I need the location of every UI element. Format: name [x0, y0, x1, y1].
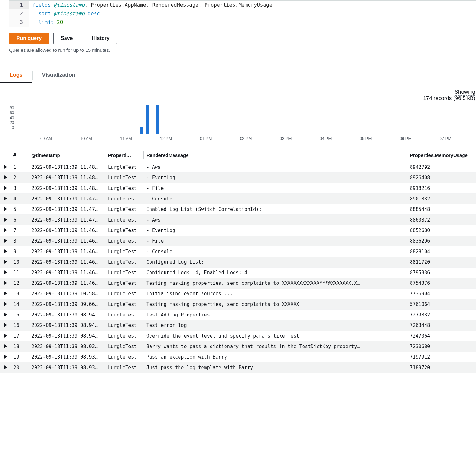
cell-timestamp: 2022-09-18T11:39:09.66… — [29, 299, 105, 310]
col-timestamp-label: @timestamp — [31, 152, 60, 158]
x-tick: 06 PM — [386, 136, 426, 141]
run-query-button[interactable]: Run query — [9, 33, 49, 44]
expand-caret-icon[interactable] — [4, 292, 7, 295]
x-tick: 12 PM — [146, 136, 186, 141]
table-row[interactable]: 132022-09-18T11:39:10.58…LurgleTestIniti… — [0, 289, 476, 299]
table-row[interactable]: 192022-09-18T11:39:08.93…LurgleTestPass … — [0, 352, 476, 362]
cell-appname: LurgleTest — [105, 289, 144, 299]
cell-memory: 8918216 — [407, 183, 476, 194]
table-row[interactable]: 32022-09-18T11:39:11.48…LurgleTest - Fil… — [0, 183, 476, 194]
y-tick: 40 — [10, 115, 14, 120]
cell-timestamp: 2022-09-18T11:39:11.48… — [29, 173, 105, 183]
cell-memory: 7230680 — [407, 341, 476, 352]
expand-caret-icon[interactable] — [4, 249, 7, 253]
cell-timestamp: 2022-09-18T11:39:08.94… — [29, 331, 105, 341]
expand-caret-icon[interactable] — [4, 355, 7, 359]
expand-caret-icon[interactable] — [4, 302, 7, 306]
table-row[interactable]: 162022-09-18T11:39:08.94…LurgleTestTest … — [0, 320, 476, 331]
cell-message: Enabled Log List (Switch CorrelationId): — [144, 204, 407, 215]
expand-caret-icon[interactable] — [4, 239, 7, 243]
table-row[interactable]: 92022-09-18T11:39:11.46…LurgleTest - Con… — [0, 246, 476, 257]
expand-caret-icon[interactable] — [4, 197, 7, 200]
table-row[interactable]: 152022-09-18T11:39:08.94…LurgleTestTest … — [0, 310, 476, 320]
cell-index: 3 — [11, 183, 29, 194]
cell-index: 20 — [11, 362, 29, 373]
code-line[interactable]: | sort @timestamp desc — [29, 9, 103, 18]
expand-caret-icon[interactable] — [4, 165, 7, 169]
expand-caret-icon[interactable] — [4, 365, 7, 369]
cell-appname: LurgleTest — [105, 362, 144, 373]
query-editor[interactable]: 1fields @timestamp, Properties.AppName, … — [9, 0, 476, 27]
expand-caret-icon[interactable] — [4, 323, 7, 327]
col-appname[interactable]: Properti… — [105, 148, 144, 162]
cell-message: Pass an exception with Barry — [144, 352, 407, 362]
cell-timestamp: 2022-09-18T11:39:11.46… — [29, 246, 105, 257]
table-row[interactable]: 42022-09-18T11:39:11.47…LurgleTest - Con… — [0, 194, 476, 204]
col-timestamp[interactable]: @timestamp — [29, 148, 105, 162]
expand-caret-icon[interactable] — [4, 207, 7, 211]
cell-timestamp: 2022-09-18T11:39:10.58… — [29, 289, 105, 299]
cell-message: Configured Logs: 4, Enabled Logs: 4 — [144, 268, 407, 278]
table-row[interactable]: 22022-09-18T11:39:11.48…LurgleTest - Eve… — [0, 173, 476, 183]
table-row[interactable]: 142022-09-18T11:39:09.66…LurgleTestTesti… — [0, 299, 476, 310]
cell-appname: LurgleTest — [105, 173, 144, 183]
expand-caret-icon[interactable] — [4, 281, 7, 285]
col-index[interactable]: # — [11, 148, 29, 162]
x-tick: 02 PM — [226, 136, 266, 141]
cell-index: 12 — [11, 278, 29, 289]
cell-index: 15 — [11, 310, 29, 320]
cell-message: Test error log — [144, 320, 407, 331]
expand-caret-icon[interactable] — [4, 260, 7, 264]
expand-caret-icon[interactable] — [4, 175, 7, 179]
cell-index: 6 — [11, 215, 29, 225]
histogram-bar[interactable] — [140, 127, 143, 134]
table-row[interactable]: 182022-09-18T11:39:08.93…LurgleTestBarry… — [0, 341, 476, 352]
table-row[interactable]: 72022-09-18T11:39:11.46…LurgleTest - Eve… — [0, 225, 476, 236]
histogram-bar[interactable] — [156, 105, 159, 134]
cell-message: - Aws — [144, 162, 407, 173]
table-row[interactable]: 62022-09-18T11:39:11.47…LurgleTest - Aws… — [0, 215, 476, 225]
expand-caret-icon[interactable] — [4, 334, 7, 338]
col-message[interactable]: RenderedMessage — [144, 148, 407, 162]
cell-message: - Console — [144, 246, 407, 257]
expand-caret-icon[interactable] — [4, 218, 7, 222]
table-row[interactable]: 12022-09-18T11:39:11.48…LurgleTest - Aws… — [0, 162, 476, 173]
cell-index: 5 — [11, 204, 29, 215]
save-button[interactable]: Save — [53, 33, 80, 44]
cell-message: - EventLog — [144, 173, 407, 183]
cell-message: Configured Log List: — [144, 257, 407, 268]
cell-timestamp: 2022-09-18T11:39:11.48… — [29, 183, 105, 194]
chart-plot-area[interactable] — [17, 105, 473, 134]
results-table: # @timestamp Properti… RenderedMessage P… — [0, 148, 476, 373]
expand-caret-icon[interactable] — [4, 344, 7, 348]
table-row[interactable]: 52022-09-18T11:39:11.47…LurgleTestEnable… — [0, 204, 476, 215]
cell-appname: LurgleTest — [105, 215, 144, 225]
cell-message: Override the event level and specify par… — [144, 331, 407, 341]
table-row[interactable]: 172022-09-18T11:39:08.94…LurgleTestOverr… — [0, 331, 476, 341]
expand-caret-icon[interactable] — [4, 313, 7, 316]
expand-caret-icon[interactable] — [4, 186, 7, 190]
code-line[interactable]: fields @timestamp, Properties.AppName, R… — [29, 0, 476, 9]
table-row[interactable]: 122022-09-18T11:39:11.46…LurgleTestTesti… — [0, 278, 476, 289]
cell-message: Initialising event sources ... — [144, 289, 407, 299]
table-row[interactable]: 112022-09-18T11:39:11.46…LurgleTestConfi… — [0, 268, 476, 278]
y-tick: 0 — [10, 125, 14, 130]
cell-message: - EventLog — [144, 225, 407, 236]
x-tick: 01 PM — [186, 136, 226, 141]
tab-visualization[interactable]: Visualization — [33, 67, 85, 83]
history-button[interactable]: History — [85, 33, 117, 44]
cell-index: 10 — [11, 257, 29, 268]
chart-x-axis: 09 AM10 AM11 AM12 PM01 PM02 PM03 PM04 PM… — [0, 134, 476, 141]
cell-appname: LurgleTest — [105, 352, 144, 362]
cell-appname: LurgleTest — [105, 331, 144, 341]
histogram-bar[interactable] — [146, 105, 149, 134]
table-row[interactable]: 102022-09-18T11:39:11.46…LurgleTestConfi… — [0, 257, 476, 268]
table-row[interactable]: 202022-09-18T11:39:08.93…LurgleTestJust … — [0, 362, 476, 373]
code-line[interactable]: | limit 20 — [29, 18, 66, 27]
expand-caret-icon[interactable] — [4, 270, 7, 274]
expand-caret-icon[interactable] — [4, 228, 7, 232]
col-memory[interactable]: Properties.MemoryUsage — [407, 148, 476, 162]
tab-logs[interactable]: Logs — [0, 67, 32, 83]
table-row[interactable]: 82022-09-18T11:39:11.46…LurgleTest - Fil… — [0, 236, 476, 246]
cell-timestamp: 2022-09-18T11:39:11.46… — [29, 278, 105, 289]
